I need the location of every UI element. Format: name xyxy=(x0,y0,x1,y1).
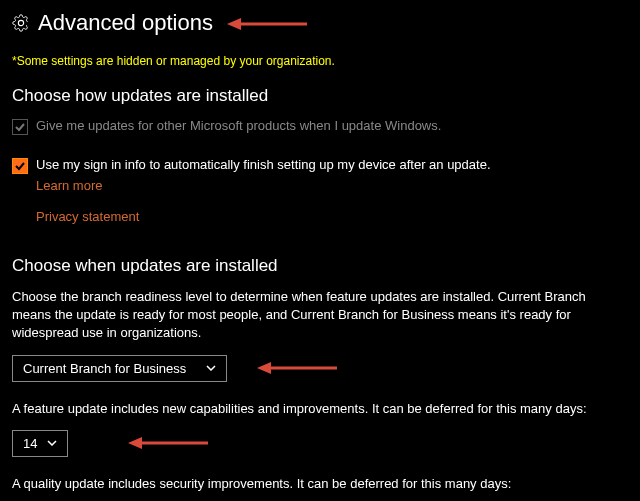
annotation-arrow-icon xyxy=(227,17,307,31)
page-header: Advanced options xyxy=(12,10,628,36)
annotation-arrow-icon xyxy=(257,361,337,393)
learn-more-link[interactable]: Learn more xyxy=(36,178,102,193)
section-title-how: Choose how updates are installed xyxy=(12,86,628,106)
feature-defer-dropdown[interactable]: 14 xyxy=(12,430,68,457)
svg-marker-1 xyxy=(227,18,241,30)
chevron-down-icon xyxy=(206,365,216,371)
privacy-statement-link[interactable]: Privacy statement xyxy=(36,209,139,224)
svg-marker-3 xyxy=(257,362,271,374)
gear-icon xyxy=(12,14,30,32)
checkbox-row-signin: Use my sign in info to automatically fin… xyxy=(12,157,628,174)
page-title: Advanced options xyxy=(38,10,213,36)
checkbox-row-ms-products: Give me updates for other Microsoft prod… xyxy=(12,118,628,135)
chevron-down-icon xyxy=(47,440,57,446)
annotation-arrow-icon xyxy=(128,436,208,468)
quality-defer-description: A quality update includes security impro… xyxy=(12,475,628,493)
feature-defer-description: A feature update includes new capabiliti… xyxy=(12,400,628,418)
checkbox-ms-products-label: Give me updates for other Microsoft prod… xyxy=(36,118,441,133)
org-managed-warning: *Some settings are hidden or managed by … xyxy=(12,54,628,68)
branch-description: Choose the branch readiness level to det… xyxy=(12,288,628,343)
section-title-when: Choose when updates are installed xyxy=(12,256,628,276)
svg-marker-5 xyxy=(128,437,142,449)
checkbox-signin[interactable] xyxy=(12,158,28,174)
feature-defer-value: 14 xyxy=(23,436,37,451)
checkbox-signin-label: Use my sign in info to automatically fin… xyxy=(36,157,491,172)
branch-readiness-dropdown[interactable]: Current Branch for Business xyxy=(12,355,227,382)
branch-readiness-value: Current Branch for Business xyxy=(23,361,186,376)
checkbox-ms-products xyxy=(12,119,28,135)
